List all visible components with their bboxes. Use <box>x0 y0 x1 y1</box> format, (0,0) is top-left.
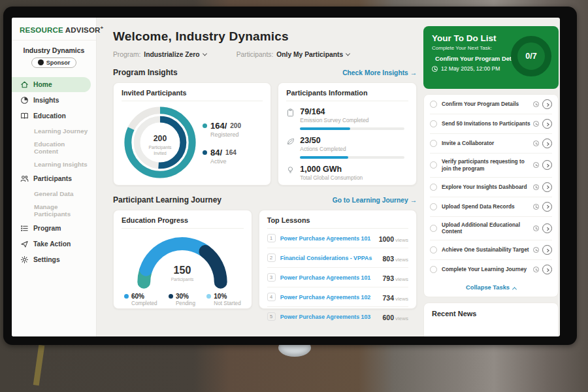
task-label: Upload Additional Educational Content <box>442 221 531 236</box>
logo-secondary: ADVISOR <box>65 26 101 34</box>
legend-value: 164/ <box>210 121 227 131</box>
lesson-rank: 4 <box>267 293 276 301</box>
sponsor-badge-label: Sponsor <box>46 59 71 66</box>
task-checkbox[interactable] <box>430 225 437 232</box>
task-row-invite-collaborator[interactable]: Invite a Collaborator <box>430 134 552 154</box>
task-open-button[interactable] <box>542 182 552 192</box>
task-label: Explore Your Insights Dashboard <box>442 184 531 191</box>
task-row-upload-spend-data[interactable]: Upload Spend Data Records <box>430 197 552 217</box>
todo-title: Your To Do List <box>432 33 508 43</box>
sidebar-item-general-data[interactable]: General Data <box>12 187 96 200</box>
main-content: Welcome, Industry Dynamics Program: Indu… <box>97 18 423 336</box>
check-more-insights-link[interactable]: Check More Insights → <box>342 69 417 76</box>
views-word: views <box>395 296 408 302</box>
task-open-button[interactable] <box>542 119 552 129</box>
task-label: Confirm Your Program Details <box>442 101 531 108</box>
journey-cards-row: Education Progress 150 Participants 60% <box>113 210 417 309</box>
task-checkbox[interactable] <box>430 101 437 108</box>
task-row-verify-participants[interactable]: Verify participants requesting to join t… <box>430 154 552 178</box>
participants-dropdown[interactable]: Participants: Only My Participants <box>237 51 350 58</box>
todo-progress-ring: 0/7 <box>511 36 551 76</box>
lesson-row: 5 Power Purchase Agreements 103 600views <box>267 307 408 326</box>
link-label: Go to Learning Journey <box>333 197 408 204</box>
donut-legend: 164/200 Registered 84/164 Active <box>203 121 241 165</box>
lesson-link[interactable]: Power Purchase Agreements 101 <box>280 274 378 281</box>
legend-dot <box>124 294 129 299</box>
sidebar-item-take-action[interactable]: Take Action <box>12 237 91 252</box>
go-to-learning-journey-link[interactable]: Go to Learning Journey → <box>333 197 417 204</box>
lightbulb-icon <box>286 166 295 174</box>
legend-dot <box>169 294 173 299</box>
progress-bar <box>300 156 404 159</box>
lesson-link[interactable]: Power Purchase Agreements 102 <box>280 294 378 301</box>
legend-pct: 60% <box>131 293 144 300</box>
lesson-link[interactable]: Financial Considerations - VPPAs <box>280 255 378 261</box>
todo-tasks-card: Confirm Your Program Details Send 50 Inv… <box>423 94 559 297</box>
sidebar-item-learning-journey[interactable]: Learning Journey <box>12 124 96 137</box>
arrow-right-icon: → <box>410 197 417 204</box>
legend-item-completed: 60% Completed <box>124 293 157 306</box>
views-count: 734 <box>382 294 394 302</box>
sidebar-item-label: Take Action <box>33 240 71 248</box>
sidebar-item-manage-participants[interactable]: Manage Participants <box>12 200 96 220</box>
task-row-explore-insights[interactable]: Explore Your Insights Dashboard <box>430 178 552 197</box>
top-lessons-card: Top Lessons 1 Power Purchase Agreements … <box>259 210 417 309</box>
stat-value: 79/164 <box>300 107 408 116</box>
legend-label: Not Started <box>214 301 240 306</box>
sidebar-item-label: Settings <box>33 256 60 263</box>
legend-dot <box>203 150 207 155</box>
donut-center-label: Invited <box>154 151 167 155</box>
sidebar-item-participants[interactable]: Participants <box>12 171 91 186</box>
timer-icon <box>533 204 539 210</box>
stat-global-consumption: 1,000 GWh Total Global Consumption <box>286 165 408 181</box>
sidebar-item-settings[interactable]: Settings <box>12 252 91 267</box>
clock-icon <box>432 66 438 72</box>
task-open-button[interactable] <box>542 223 552 233</box>
task-row-send-invitations[interactable]: Send 50 Invitations to Participants <box>430 114 552 134</box>
task-checkbox[interactable] <box>430 246 437 253</box>
program-label: Program: <box>113 51 140 58</box>
task-open-button[interactable] <box>542 265 552 274</box>
collapse-tasks-link[interactable]: Collapse Tasks <box>430 279 552 297</box>
lesson-row: 4 Power Purchase Agreements 102 734views <box>267 287 408 307</box>
task-row-complete-learning-journey[interactable]: Complete Your Learning Journey <box>430 260 552 279</box>
home-icon <box>20 80 29 89</box>
stat-value: 23/50 <box>300 136 408 145</box>
progress-fill <box>300 156 348 159</box>
task-checkbox[interactable] <box>430 266 437 273</box>
lesson-link[interactable]: Power Purchase Agreements 101 <box>280 235 374 242</box>
task-open-button[interactable] <box>542 160 552 170</box>
sidebar-item-program[interactable]: Program <box>12 221 91 236</box>
views-word: views <box>395 276 408 282</box>
task-checkbox[interactable] <box>430 184 437 191</box>
task-row-confirm-program[interactable]: Confirm Your Program Details <box>430 95 552 114</box>
sidebar-item-education[interactable]: Education <box>12 108 91 123</box>
lesson-rank: 5 <box>267 312 276 321</box>
task-row-achieve-target[interactable]: Achieve One Sustainability Target <box>430 240 552 260</box>
learning-journey-header: Participant Learning Journey Go to Learn… <box>113 195 417 204</box>
task-open-button[interactable] <box>542 99 552 109</box>
timer-icon <box>533 101 539 107</box>
participants-value: Only My Participants <box>276 51 343 58</box>
task-open-button[interactable] <box>542 202 552 212</box>
sidebar-item-insights[interactable]: Insights <box>12 93 91 108</box>
task-open-button[interactable] <box>542 245 552 255</box>
sidebar-item-home[interactable]: Home <box>12 77 91 92</box>
task-checkbox[interactable] <box>430 161 437 169</box>
sidebar: RESOURCE ADVISOR+ Industry Dynamics Spon… <box>12 18 97 336</box>
task-row-upload-educational-content[interactable]: Upload Additional Educational Content <box>430 217 552 241</box>
stat-label: Total Global Consumption <box>300 174 408 181</box>
sidebar-item-education-content[interactable]: Education Content <box>12 137 96 157</box>
todo-due-date: 12 May 2025, 12:00 PM <box>441 65 500 72</box>
todo-next-task: Confirm Your Program Details <box>435 56 521 62</box>
legend-total: 164 <box>225 149 237 156</box>
task-checkbox[interactable] <box>430 120 437 127</box>
legend-item-active: 84/164 Active <box>203 148 241 165</box>
legend-label: Registered <box>210 131 241 138</box>
task-open-button[interactable] <box>542 139 552 148</box>
task-checkbox[interactable] <box>430 140 437 147</box>
program-dropdown[interactable]: Program: Industrialize Zero <box>113 51 206 58</box>
lesson-link[interactable]: Power Purchase Agreements 103 <box>280 314 378 320</box>
sidebar-item-learning-insights[interactable]: Learning Insights <box>12 157 96 171</box>
task-checkbox[interactable] <box>430 203 437 210</box>
